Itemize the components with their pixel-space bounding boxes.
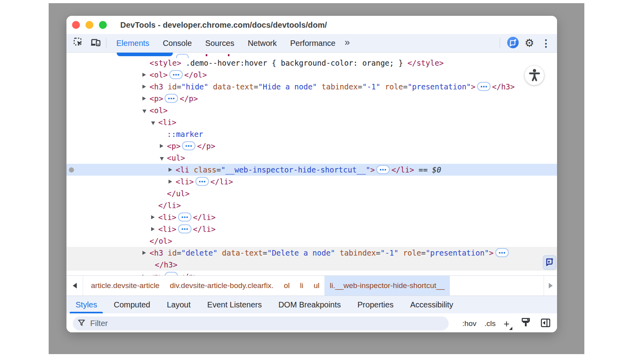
filter-bar-controls: :hov .cls +	[462, 317, 552, 331]
expander-right-icon[interactable]	[169, 168, 172, 172]
node-li-collapsed[interactable]: <li></li>	[66, 176, 557, 188]
tab-event-listeners[interactable]: Event Listeners	[199, 296, 270, 313]
maximize-window-button[interactable]	[99, 21, 107, 29]
expander-right-icon[interactable]	[160, 144, 163, 148]
node-ul-close[interactable]: </ul>	[66, 188, 557, 199]
expander-down-icon[interactable]	[151, 121, 155, 125]
node-ul-open[interactable]: <ul>	[66, 152, 557, 164]
ellipsis-adorner[interactable]	[495, 248, 509, 257]
node-ol-collapsed[interactable]: <ol></ol>	[66, 69, 557, 81]
customize-devtools-button[interactable]: ⋮	[539, 36, 553, 50]
toggle-sidebar-button[interactable]	[540, 317, 552, 331]
breadcrumb-item[interactable]: li.__web-inspector-hide-shortcut__	[324, 276, 449, 296]
expander-right-icon[interactable]	[151, 227, 155, 231]
expander-right-icon[interactable]	[142, 85, 146, 89]
node-li-collapsed[interactable]: <li></li>	[66, 223, 557, 235]
toggle-classes-button[interactable]: .cls	[484, 319, 496, 328]
ellipsis-adorner[interactable]	[182, 141, 195, 150]
toggle-hover-state-button[interactable]: :hov	[462, 319, 476, 328]
attribute-value: "hide"	[181, 82, 208, 91]
tab-network[interactable]: Network	[241, 34, 283, 52]
tab-sources[interactable]: Sources	[199, 34, 241, 52]
breadcrumb-item[interactable]: article.devsite-article	[86, 276, 165, 296]
expander-down-icon[interactable]	[160, 157, 164, 161]
node-ol-open[interactable]: <ol>	[66, 104, 557, 116]
attribute-equals: =	[376, 248, 380, 257]
tab-computed[interactable]: Computed	[105, 296, 158, 313]
ellipsis-adorner[interactable]	[178, 212, 191, 222]
tab-console[interactable]: Console	[156, 34, 198, 52]
more-tabs-button[interactable]: »	[342, 37, 351, 48]
attribute: tabindex="-1"	[335, 248, 398, 257]
ellipsis-adorner[interactable]	[195, 177, 209, 186]
expander-right-icon[interactable]	[142, 73, 146, 77]
attribute-equals: =	[254, 82, 258, 91]
node-li-collapsed[interactable]: <li></li>	[66, 211, 557, 223]
expander-right-icon[interactable]	[142, 97, 146, 100]
selected-node-marker-dot	[69, 167, 74, 173]
ellipsis-adorner[interactable]	[165, 94, 178, 103]
breadcrumb-item[interactable]: ul	[309, 276, 325, 296]
new-style-rule-button[interactable]: +	[504, 318, 512, 329]
sidebar-pane-tabs: StylesComputedLayoutEvent ListenersDOM B…	[66, 296, 557, 313]
attribute: data-text="Hide a node"	[208, 82, 317, 91]
settings-button[interactable]: ⚙	[522, 36, 536, 50]
node-pseudo: ::marker	[167, 130, 203, 138]
tab-styles[interactable]: Styles	[67, 296, 105, 313]
tab-accessibility[interactable]: Accessibility	[402, 296, 462, 313]
expander-down-icon[interactable]	[142, 110, 146, 113]
rendering-emulation-button[interactable]	[520, 317, 532, 331]
toggle-device-toolbar-button[interactable]	[89, 36, 103, 50]
breadcrumb-scroll-left-button[interactable]	[66, 276, 83, 296]
devtools-window: DevTools - developer.chrome.com/docs/dev…	[66, 16, 557, 332]
ellipsis-adorner[interactable]	[169, 70, 183, 79]
breadcrumb-scroll-right-button[interactable]	[544, 276, 557, 296]
toolbar-separator	[500, 38, 500, 48]
ellipsis-adorner[interactable]	[376, 165, 390, 174]
node-li-open[interactable]: <li>	[66, 116, 557, 128]
node-p-collapsed[interactable]: <p></p>	[66, 140, 557, 152]
node-marker-pseudo[interactable]: ::marker	[66, 128, 557, 140]
ellipsis-adorner[interactable]	[477, 82, 491, 91]
tab-elements[interactable]: Elements	[110, 34, 156, 52]
ai-assistance-button[interactable]	[506, 36, 520, 50]
node-p-clipped[interactable]: <p></p>	[66, 271, 557, 275]
filter-field[interactable]	[73, 317, 449, 330]
node-p-collapsed[interactable]: <p></p>	[66, 93, 557, 104]
node-h3-delete-close[interactable]: </h3>	[66, 259, 557, 271]
ellipsis-adorner[interactable]	[165, 272, 178, 275]
breadcrumb-item[interactable]: li	[295, 276, 308, 296]
tab-performance[interactable]: Performance	[284, 34, 343, 52]
expander-right-icon[interactable]	[142, 251, 146, 255]
ellipsis-adorner[interactable]	[178, 224, 191, 233]
ai-bubble-icon	[545, 257, 554, 268]
window-title: DevTools - developer.chrome.com/docs/dev…	[120, 21, 327, 30]
ask-ai-adorner-button[interactable]	[543, 255, 556, 270]
attribute-name: role	[398, 248, 421, 257]
attribute-name: tabindex	[317, 82, 358, 91]
paint-brush-icon	[521, 317, 531, 330]
minimize-window-button[interactable]	[85, 21, 93, 29]
tab-dom-breakpoints[interactable]: DOM Breakpoints	[270, 296, 349, 313]
node-style[interactable]: <style> .demo--hover:hover { background-…	[66, 57, 557, 69]
node-h3-hide[interactable]: <h3 id="hide" data-text="Hide a node" ta…	[66, 81, 557, 93]
breadcrumb-item[interactable]: ol	[279, 276, 295, 296]
inspect-element-button[interactable]	[71, 36, 85, 50]
node-li-selected[interactable]: <li class="__web-inspector-hide-shortcut…	[66, 164, 557, 176]
breadcrumb-item[interactable]: div.devsite-article-body.clearfix.	[165, 276, 279, 296]
tab-properties[interactable]: Properties	[349, 296, 402, 313]
expander-right-icon[interactable]	[169, 180, 172, 184]
tab-layout[interactable]: Layout	[159, 296, 199, 313]
node-tag: <ol>	[150, 70, 168, 79]
filter-input[interactable]	[89, 318, 444, 328]
expander-right-icon[interactable]	[151, 215, 155, 219]
attribute-equals: =	[216, 165, 221, 174]
accessibility-overlay-button[interactable]	[525, 66, 544, 85]
node-li-close[interactable]: </li>	[66, 199, 557, 211]
close-window-button[interactable]	[72, 21, 80, 29]
attribute-name: data-text	[218, 248, 263, 257]
node-tag: <p>	[150, 94, 163, 103]
node-tag: </h3>	[155, 260, 177, 269]
node-h3-delete[interactable]: <h3 id="delete" data-text="Delete a node…	[66, 247, 557, 259]
node-ol-close[interactable]: </ol>	[66, 235, 557, 247]
